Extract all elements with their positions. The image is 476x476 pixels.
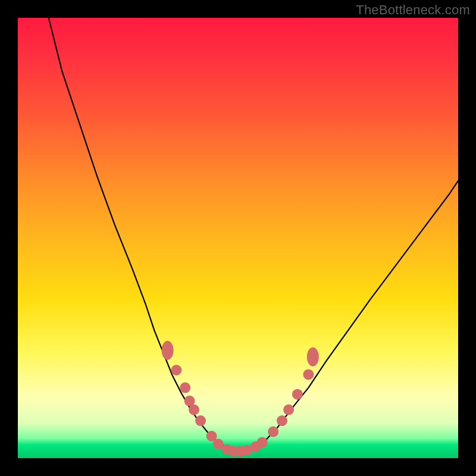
data-marker xyxy=(180,383,190,393)
data-marker xyxy=(195,415,206,426)
data-marker xyxy=(268,427,278,437)
data-marker xyxy=(162,341,174,360)
data-marker xyxy=(257,437,268,447)
plot-area xyxy=(18,18,458,458)
data-marker xyxy=(171,365,181,375)
data-marker xyxy=(292,389,303,400)
watermark-text: TheBottleneck.com xyxy=(356,2,470,18)
data-markers xyxy=(162,341,319,457)
data-marker xyxy=(303,369,314,380)
curve-svg xyxy=(18,18,458,458)
data-marker xyxy=(283,405,294,415)
data-marker xyxy=(189,405,199,415)
data-marker xyxy=(277,415,287,426)
chart-frame: TheBottleneck.com xyxy=(0,0,476,476)
data-marker xyxy=(307,347,319,367)
bottleneck-curve xyxy=(49,18,458,451)
